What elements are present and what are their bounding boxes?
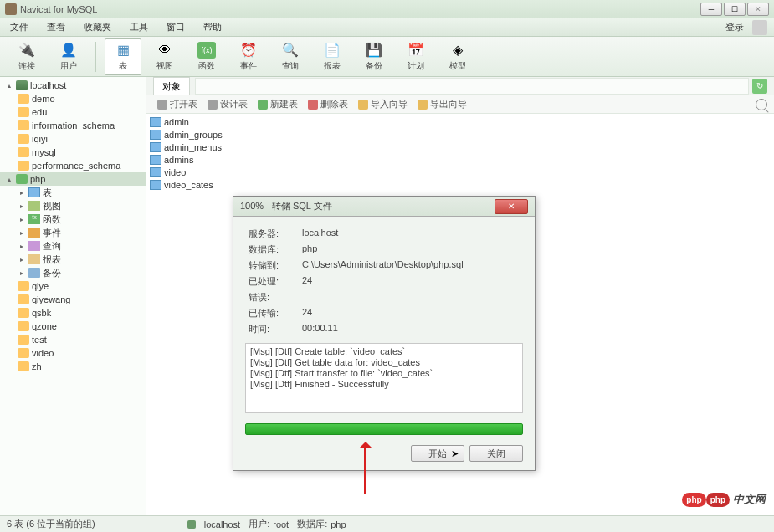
status-connection: localhost [204, 519, 240, 529]
list-item[interactable]: admins [150, 153, 771, 166]
start-button[interactable]: 开始➤ [411, 445, 464, 462]
tree-tables[interactable]: ▸表 [0, 186, 146, 199]
titlebar: Navicat for MySQL ─ ☐ ✕ [0, 0, 774, 18]
log-line: [Msg] [Dtf] Create table: `video_cates` [250, 346, 518, 357]
database-icon [18, 321, 29, 331]
tab-objects[interactable]: 对象 [153, 77, 190, 95]
action-delete-table[interactable]: 删除表 [304, 96, 352, 112]
tool-table[interactable]: ▦表 [105, 38, 141, 75]
list-item[interactable]: admin_groups [150, 128, 771, 141]
expand-icon[interactable]: ▸ [18, 229, 26, 237]
tree-db[interactable]: mysql [0, 146, 146, 159]
expand-icon[interactable]: ▸ [18, 189, 26, 197]
list-item[interactable]: admin_menus [150, 141, 771, 153]
menu-view[interactable]: 查看 [44, 19, 69, 35]
separator [95, 42, 96, 72]
tree-db[interactable]: video [0, 346, 146, 360]
tree-db[interactable]: qsbk [0, 306, 146, 320]
watermark: php php 中文网 [682, 492, 766, 507]
tree-events[interactable]: ▸事件 [0, 226, 146, 239]
cursor-icon: ➤ [451, 448, 459, 459]
menu-help[interactable]: 帮助 [200, 19, 225, 35]
dialog-header[interactable]: 100% - 转储 SQL 文件 ✕ [233, 197, 535, 217]
dialog-buttons: 开始➤ 关闭 [245, 445, 523, 462]
tree-reports[interactable]: ▸报表 [0, 253, 146, 266]
status-db: php [331, 519, 346, 529]
refresh-badge-icon[interactable]: ↻ [752, 79, 767, 94]
list-item[interactable]: video_cates [150, 178, 771, 191]
query-icon [28, 241, 40, 251]
list-item[interactable]: video [150, 166, 771, 178]
tool-view[interactable]: 👁视图 [146, 38, 183, 75]
tree-db[interactable]: performance_schema [0, 159, 146, 172]
info-label: 错误: [247, 290, 299, 304]
search-icon[interactable] [756, 99, 767, 110]
info-label: 时间: [247, 322, 299, 336]
tree-db[interactable]: zh [0, 360, 146, 373]
eye-icon: 👁 [156, 42, 174, 59]
tree-db[interactable]: iqiyi [0, 132, 146, 146]
dialog-log[interactable]: [Msg] [Dtf] Create table: `video_cates` … [245, 343, 523, 413]
action-open-table[interactable]: 打开表 [153, 96, 202, 112]
tool-model[interactable]: ◈模型 [439, 38, 476, 75]
tree-db[interactable]: edu [0, 105, 146, 119]
expand-icon[interactable]: ▸ [18, 256, 26, 263]
tree-db[interactable]: test [0, 333, 146, 346]
login-link[interactable]: 登录 [722, 19, 747, 35]
action-import-wizard[interactable]: 导入向导 [354, 96, 412, 112]
tool-backup[interactable]: 💾备份 [356, 38, 392, 75]
tree-queries[interactable]: ▸查询 [0, 239, 146, 253]
minimize-button[interactable]: ─ [700, 3, 722, 16]
tree-backups[interactable]: ▸备份 [0, 266, 146, 279]
tool-event[interactable]: ⏰事件 [230, 38, 267, 75]
tree-connection[interactable]: ▴localhost [0, 79, 146, 92]
tool-report[interactable]: 📄报表 [314, 38, 351, 75]
database-icon [16, 174, 28, 184]
tool-function[interactable]: f(x)函数 [188, 38, 225, 75]
menu-tools[interactable]: 工具 [126, 19, 151, 35]
maximize-button[interactable]: ☐ [724, 3, 746, 16]
tree-db[interactable]: demo [0, 92, 146, 105]
menu-window[interactable]: 窗口 [163, 19, 188, 35]
expand-icon[interactable]: ▸ [18, 243, 26, 250]
tool-user[interactable]: 👤用户 [50, 38, 87, 75]
tree-functions[interactable]: ▸fx函数 [0, 212, 146, 226]
menu-file[interactable]: 文件 [7, 19, 32, 35]
status-user-label: 用户: [249, 518, 269, 530]
tool-connection[interactable]: 🔌连接 [8, 38, 45, 75]
connection-status-icon [187, 520, 196, 529]
import-icon [358, 100, 368, 110]
expand-icon[interactable]: ▴ [5, 82, 13, 90]
action-new-table[interactable]: 新建表 [254, 96, 302, 112]
table-icon [150, 117, 161, 127]
list-item[interactable]: admin [150, 115, 771, 128]
close-button[interactable]: ✕ [747, 3, 769, 16]
calendar-icon: 📅 [407, 42, 425, 59]
info-value: C:\Users\Administrator\Desktop\php.sql [300, 258, 521, 273]
avatar-icon[interactable] [752, 20, 767, 35]
menu-favorites[interactable]: 收藏夹 [80, 19, 115, 35]
expand-icon[interactable]: ▸ [18, 216, 26, 223]
tree-db[interactable]: information_schema [0, 119, 146, 132]
tree-views[interactable]: ▸视图 [0, 199, 146, 212]
close-button[interactable]: 关闭 [469, 445, 523, 462]
tree-db-active[interactable]: ▴php [0, 172, 146, 186]
log-line: [Msg] [Dtf] Finished - Successfully [250, 379, 518, 390]
log-line: [Msg] [Dtf] Start transfer to file: `vid… [250, 368, 518, 379]
action-design-table[interactable]: 设计表 [203, 96, 252, 112]
model-icon: ◈ [449, 42, 467, 59]
tree-db[interactable]: qiye [0, 279, 146, 293]
dialog-close-button[interactable]: ✕ [495, 199, 528, 214]
expand-icon[interactable]: ▴ [5, 176, 13, 183]
expand-icon[interactable]: ▸ [18, 202, 26, 210]
info-value: 00:00.11 [300, 322, 521, 336]
dialog-title: 100% - 转储 SQL 文件 [240, 200, 495, 212]
report-icon: 📄 [323, 42, 341, 59]
tool-query[interactable]: 🔍查询 [272, 38, 309, 75]
action-export-wizard[interactable]: 导出向导 [413, 96, 471, 112]
status-user: root [273, 519, 289, 529]
tree-db[interactable]: qiyewang [0, 293, 146, 306]
tool-schedule[interactable]: 📅计划 [397, 38, 434, 75]
expand-icon[interactable]: ▸ [18, 269, 26, 277]
tree-db[interactable]: qzone [0, 320, 146, 333]
